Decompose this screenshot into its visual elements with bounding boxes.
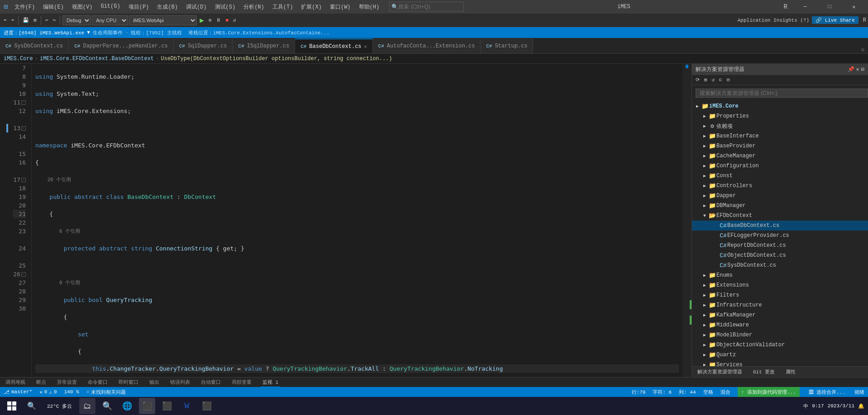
- cpu-dropdown[interactable]: Any CPU: [92, 15, 128, 25]
- panel-tab-locals[interactable]: 局部变量: [230, 378, 253, 387]
- se-search-input[interactable]: [696, 89, 868, 98]
- debug-dropdown-arrow[interactable]: ▼: [87, 30, 90, 35]
- panel-tab-immediate[interactable]: 即时窗口: [117, 378, 140, 387]
- menu-file[interactable]: 文件(F): [11, 2, 39, 12]
- tree-services[interactable]: ▶ 📁 Services: [692, 360, 868, 366]
- se-tab-properties[interactable]: 属性: [784, 368, 797, 376]
- tab-basedbcontext[interactable]: C# BaseDbContext.cs ✕: [295, 38, 372, 53]
- tree-config[interactable]: ▶ 📁 Configuration: [692, 161, 868, 171]
- tab-close-basedbcontext[interactable]: ✕: [364, 44, 367, 49]
- panel-tab-breakpoints[interactable]: 断点: [34, 378, 48, 387]
- se-sync-btn[interactable]: ⟳: [694, 76, 701, 84]
- panel-tab-callstack[interactable]: 调用堆栈: [4, 378, 27, 387]
- taskbar-code[interactable]: ⬛: [159, 398, 175, 414]
- tree-const[interactable]: ▶ 📁 Const: [692, 171, 868, 181]
- tab-settings-icon[interactable]: ⚙: [858, 47, 868, 53]
- panel-tab-autowindow[interactable]: 自动窗口: [199, 378, 223, 387]
- tree-filters[interactable]: ▶ 📁 Filters: [692, 290, 868, 300]
- menu-git[interactable]: Git(G): [97, 2, 124, 12]
- se-refresh-btn[interactable]: ↺: [710, 76, 717, 84]
- menu-extensions[interactable]: 扩展(X): [297, 2, 325, 12]
- tab-dapperparsed[interactable]: C# DapperParse...peHandler.cs: [69, 38, 173, 53]
- status-zoom[interactable]: 140 %: [64, 389, 79, 395]
- tab-autofac[interactable]: C# AutofacConta...Extension.cs: [373, 38, 481, 53]
- toolbar-back[interactable]: ⬅: [2, 16, 9, 24]
- tree-efdbcontext[interactable]: ▼ 📂 EFDbContext: [692, 211, 868, 221]
- minimize-button[interactable]: ─: [795, 0, 816, 14]
- debug-stop[interactable]: ■: [224, 17, 230, 24]
- app-insights[interactable]: Application Insights (?): [738, 18, 809, 23]
- taskbar-search[interactable]: 🔍: [24, 398, 40, 414]
- se-tab-solution[interactable]: 解决方案资源管理器: [696, 368, 744, 376]
- tree-kafka[interactable]: ▶ 📁 KafkaManager: [692, 310, 868, 320]
- se-collapse-icon[interactable]: ⊟: [861, 66, 864, 73]
- code-editor[interactable]: 7 8 9 10 11 - 12 . 13 - 14 . 15 16 . 17 …: [9, 64, 692, 377]
- taskbar-idea[interactable]: ⬛: [199, 398, 215, 414]
- tree-objectdbcontext-cs[interactable]: C# ObjectDbContext.cs: [692, 250, 868, 260]
- tree-reportdbcontext-cs[interactable]: C# ReportDbContext.cs: [692, 241, 868, 250]
- run-button[interactable]: ▶: [198, 15, 206, 26]
- tree-baseinterface[interactable]: ▶ 📁 BaseInterface: [692, 131, 868, 141]
- taskbar-search-btn[interactable]: 🔍: [99, 398, 115, 414]
- debug-config-dropdown[interactable]: Debug: [62, 15, 91, 25]
- tab-sysdbcontext[interactable]: C# SysDbContext.cs: [0, 38, 69, 53]
- toolbar-save[interactable]: 💾: [21, 16, 31, 24]
- menu-project[interactable]: 项目(P): [125, 2, 153, 12]
- debug-pause[interactable]: ⏸: [214, 16, 223, 24]
- tree-quartz[interactable]: ▶ 📁 Quartz: [692, 350, 868, 360]
- taskbar-edge[interactable]: 🌐: [119, 398, 135, 414]
- tree-properties[interactable]: ▶ 📁 Properties: [692, 111, 868, 121]
- status-add-queue[interactable]: ☰ 选排合并...: [807, 389, 847, 396]
- menu-debug[interactable]: 调试(D): [182, 2, 210, 12]
- se-collapse-all-btn[interactable]: ⊟: [725, 76, 732, 84]
- menu-tools[interactable]: 工具(T): [269, 2, 297, 12]
- panel-tab-command[interactable]: 命令窗口: [86, 378, 110, 387]
- toolbar-undo[interactable]: ↩: [43, 16, 50, 24]
- menu-edit[interactable]: 编辑(E): [39, 2, 67, 12]
- toolbar-redo[interactable]: ↪: [51, 16, 58, 24]
- status-add-to-vcs[interactable]: ↑ 添加到源代码管理...: [738, 387, 800, 397]
- panel-tab-output[interactable]: 输出: [148, 378, 161, 387]
- tree-baseprovider[interactable]: ▶ 📁 BaseProvider: [692, 141, 868, 151]
- tab-sqldapper[interactable]: C# SqlDapper.cs: [174, 38, 233, 53]
- menu-analyze[interactable]: 分析(N): [240, 2, 268, 12]
- menu-help[interactable]: 帮助(H): [355, 2, 383, 12]
- taskbar-notification[interactable]: 🔔: [858, 403, 864, 409]
- tree-root-imes-core[interactable]: ▶ 📁 iMES.Core: [692, 101, 868, 111]
- toolbar-saveall[interactable]: ⊞: [32, 16, 38, 24]
- tree-extensions[interactable]: ▶ 📁 Extensions: [692, 280, 868, 290]
- taskbar-word[interactable]: W: [179, 398, 195, 414]
- tree-middleware[interactable]: ▶ 📁 Middleware: [692, 320, 868, 330]
- tree-cachemgr[interactable]: ▶ 📁 CacheManager: [692, 151, 868, 161]
- tree-enums[interactable]: ▶ 📁 Enums: [692, 270, 868, 280]
- menu-build[interactable]: 生成(B): [153, 2, 181, 12]
- close-button[interactable]: ✕: [844, 0, 864, 14]
- toolbar-fwd[interactable]: ➡: [10, 16, 16, 24]
- panel-tab-watch1[interactable]: 监视 1: [261, 378, 280, 387]
- panel-tab-errorlist[interactable]: 错误列表: [168, 378, 192, 387]
- taskbar-start[interactable]: [4, 398, 20, 414]
- menu-window[interactable]: 窗口(W): [326, 2, 354, 12]
- taskbar-explorer[interactable]: 🗂: [79, 398, 95, 414]
- tree-infrastructure[interactable]: ▶ 📁 Infrastructure: [692, 300, 868, 310]
- debug-play[interactable]: ⚙: [207, 16, 214, 24]
- taskbar-vs[interactable]: ⬛: [139, 398, 155, 414]
- tab-isqldapper[interactable]: C# ISqlDapper.cs: [233, 38, 295, 53]
- debug-restart[interactable]: ↺: [231, 16, 238, 24]
- se-filter-btn[interactable]: ⊏: [717, 76, 724, 84]
- tree-objectactionvalidator[interactable]: ▶ 📁 ObjectActionValidator: [692, 340, 868, 350]
- tree-efloggerprovider-cs[interactable]: C# EFLoggerProvider.cs: [692, 231, 868, 241]
- tab-startup[interactable]: C# Startup.cs: [481, 38, 533, 53]
- maximize-button[interactable]: □: [819, 0, 840, 14]
- tree-basedbcontext-cs[interactable]: C# BaseDbContext.cs: [692, 221, 868, 231]
- editor-scrollbar[interactable]: [682, 64, 692, 377]
- se-close-icon[interactable]: ✕: [856, 66, 859, 73]
- se-tab-git[interactable]: Git 更改: [751, 368, 777, 376]
- status-errors[interactable]: ✕ 0 ⚠ 0: [39, 389, 57, 395]
- tree-dapper[interactable]: ▶ 📁 Dapper: [692, 191, 868, 201]
- tree-controllers[interactable]: ▶ 📁 Controllers: [692, 181, 868, 191]
- status-git-branch[interactable]: ⎇ master*: [4, 389, 32, 395]
- menu-view[interactable]: 视图(V): [68, 2, 96, 12]
- panel-tab-exceptions[interactable]: 异常设置: [55, 378, 79, 387]
- se-pin-icon[interactable]: 📌: [848, 66, 854, 73]
